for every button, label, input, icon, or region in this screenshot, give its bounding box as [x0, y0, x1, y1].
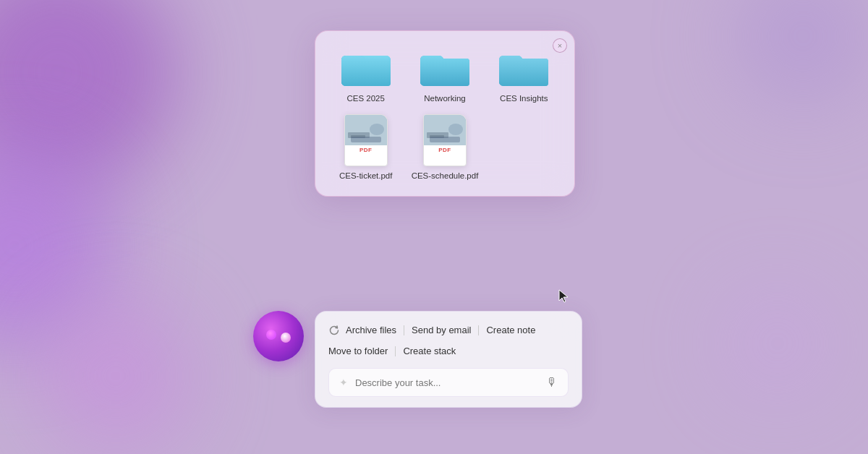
ai-orb-dots: [266, 330, 291, 343]
action-panel: Archive files Send by email Create note …: [315, 311, 582, 408]
action-row-2: Move to folder Create stack: [328, 344, 569, 358]
folder-icon-networking: [419, 46, 471, 89]
folder-item-ces-insights[interactable]: CES Insights: [488, 46, 560, 104]
folder-item-networking[interactable]: Networking: [409, 46, 480, 104]
pdf-preview-ces-schedule: [424, 115, 466, 145]
sparkle-icon: ✦: [339, 377, 348, 388]
refresh-icon: [328, 325, 340, 336]
archive-files-button[interactable]: Archive files: [346, 323, 396, 337]
separator-3: [395, 346, 396, 356]
bg-blob-1: [0, 0, 174, 188]
pdf-item-ces-ticket[interactable]: PDF CES-ticket.pdf: [330, 114, 401, 181]
bg-blob-4: [738, 0, 868, 101]
microphone-icon[interactable]: 🎙: [546, 376, 558, 389]
pdf-label-ces-ticket: CES-ticket.pdf: [339, 171, 393, 181]
pdf-label-badge-schedule: PDF: [438, 147, 451, 153]
cursor: [558, 289, 570, 304]
folder-icon-ces-insights: [498, 46, 550, 89]
pdf-label-badge-ticket: PDF: [359, 147, 373, 153]
action-row-1: Archive files Send by email Create note: [328, 323, 569, 337]
file-picker-window: ×: [315, 30, 575, 197]
separator-2: [478, 325, 479, 335]
ai-orb-dot-white: [281, 333, 291, 343]
send-by-email-button[interactable]: Send by email: [412, 323, 471, 337]
pdf-icon-ces-ticket: PDF: [344, 114, 388, 166]
move-to-folder-button[interactable]: Move to folder: [328, 344, 388, 358]
separator-1: [404, 325, 404, 335]
task-input-container: ✦ 🎙: [328, 368, 569, 397]
ai-orb[interactable]: [253, 311, 304, 361]
svg-rect-8: [430, 135, 444, 138]
folder-label-ces2025: CES 2025: [346, 93, 384, 104]
close-button[interactable]: ×: [553, 38, 567, 53]
pdf-preview-ces-ticket: [345, 115, 387, 145]
folder-label-ces-insights: CES Insights: [500, 93, 548, 104]
svg-point-9: [448, 124, 463, 135]
folder-grid: CES 2025 Networking: [330, 46, 560, 104]
folder-icon-ces2025: [340, 46, 392, 89]
svg-point-5: [370, 124, 384, 135]
create-stack-button[interactable]: Create stack: [403, 344, 456, 358]
pdf-item-ces-schedule[interactable]: PDF CES-schedule.pdf: [409, 114, 480, 181]
pdf-grid: PDF CES-ticket.pdf PDF CES-schedule.pdf: [330, 114, 560, 181]
ai-orb-dot-purple: [266, 330, 276, 340]
bg-blob-3: [43, 304, 188, 448]
folder-item-ces2025[interactable]: CES 2025: [330, 46, 401, 104]
svg-rect-4: [351, 135, 365, 138]
folder-label-networking: Networking: [424, 93, 466, 104]
bg-blob-5: [723, 289, 832, 398]
bg-blob-2: [0, 145, 116, 347]
pdf-label-ces-schedule: CES-schedule.pdf: [412, 171, 479, 181]
task-input[interactable]: [355, 377, 539, 388]
pdf-icon-ces-schedule: PDF: [423, 114, 467, 166]
create-note-button[interactable]: Create note: [486, 323, 535, 337]
pdf-empty-slot: [488, 114, 560, 181]
